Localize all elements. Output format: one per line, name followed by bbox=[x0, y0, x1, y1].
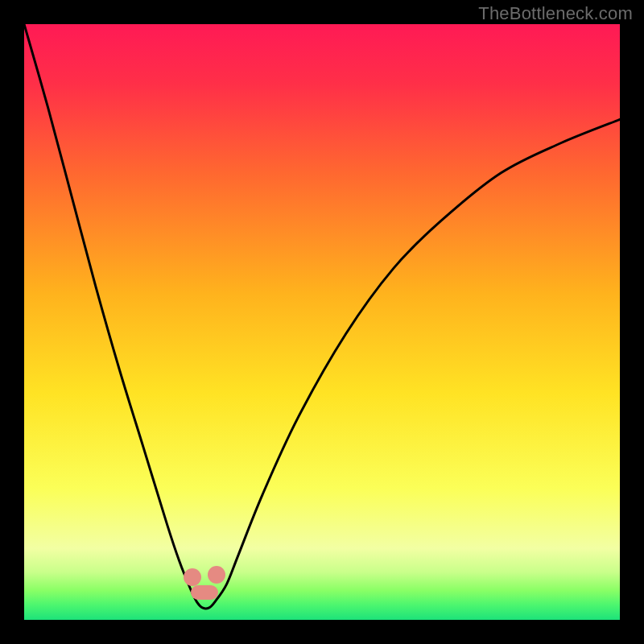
optimum-markers bbox=[24, 24, 620, 620]
watermark-text: TheBottleneck.com bbox=[478, 3, 633, 24]
marker-dot bbox=[184, 568, 201, 586]
plot-area bbox=[24, 24, 620, 620]
marker-dot bbox=[208, 566, 225, 584]
chart-frame: TheBottleneck.com bbox=[0, 0, 644, 644]
marker-dot bbox=[191, 585, 218, 600]
